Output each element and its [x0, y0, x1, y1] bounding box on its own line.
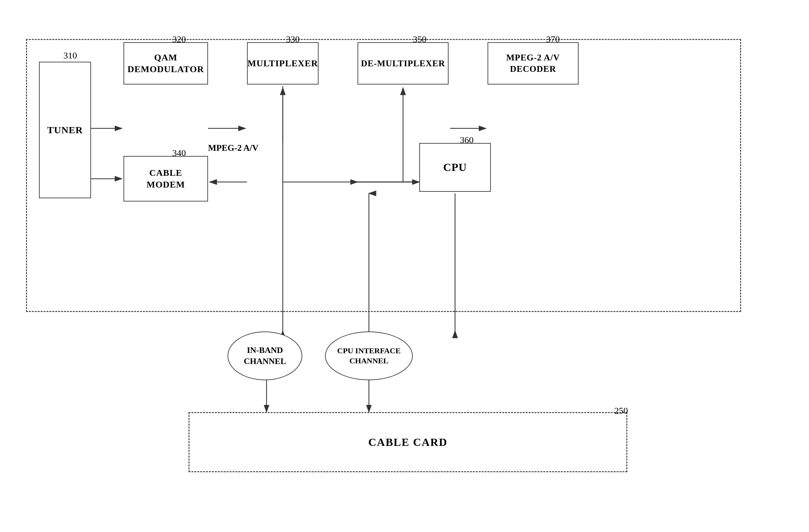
qam-label: QAMDEMODULATOR	[127, 52, 204, 75]
tuner-box: TUNER	[39, 62, 91, 198]
mpeg2-av-label: MPEG-2 A/V	[208, 143, 258, 153]
mux-box: MULTIPLEXER	[247, 42, 319, 85]
ref-350: 350	[413, 34, 427, 45]
ref-340: 340	[172, 148, 186, 158]
mpeg-decoder-label: MPEG-2 A/VDECODER	[506, 52, 560, 75]
ref-370: 370	[546, 34, 560, 45]
mux-label: MULTIPLEXER	[248, 58, 318, 69]
ref-360: 360	[460, 135, 474, 145]
inband-channel-ellipse: IN-BANDCHANNEL	[227, 331, 302, 380]
inband-channel-label: IN-BANDCHANNEL	[244, 345, 286, 367]
ref-310: 310	[63, 50, 77, 61]
cpu-label: CPU	[443, 161, 467, 174]
demux-box: DE-MULTIPLEXER	[358, 42, 449, 85]
cable-modem-label: CABLEMODEM	[147, 167, 185, 191]
ref-330: 330	[286, 34, 300, 45]
qam-box: QAMDEMODULATOR	[123, 42, 208, 85]
ref-250: 250	[614, 406, 628, 416]
cable-card-label: CABLE CARD	[368, 436, 448, 448]
tuner-label: TUNER	[47, 124, 83, 136]
cpu-interface-channel-ellipse: CPU INTERFACECHANNEL	[325, 331, 413, 380]
mpeg-decoder-box: MPEG-2 A/VDECODER	[487, 42, 579, 85]
ref-320: 320	[172, 34, 186, 45]
cable-modem-box: CABLEMODEM	[123, 156, 208, 202]
cpu-interface-channel-label: CPU INTERFACECHANNEL	[338, 346, 401, 366]
cpu-box: CPU	[419, 143, 491, 192]
demux-label: DE-MULTIPLEXER	[361, 58, 445, 69]
